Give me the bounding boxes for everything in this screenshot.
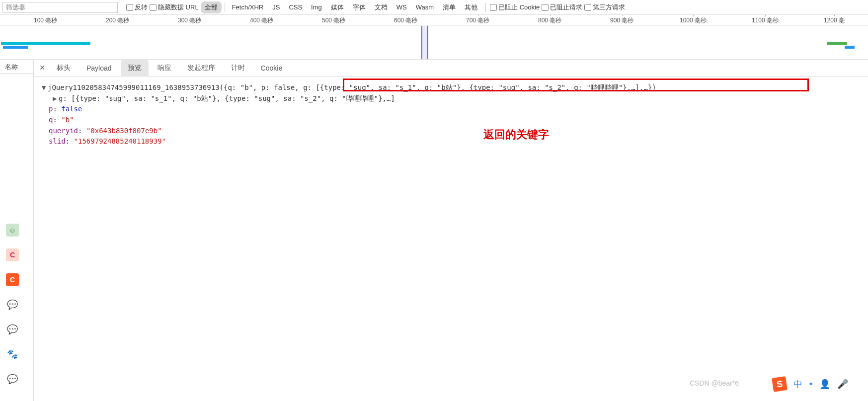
tick: 600 毫秒 (394, 16, 417, 25)
tree-root[interactable]: ▼jQuery110205834745999011169_16389537369… (42, 82, 860, 93)
tick: 900 毫秒 (610, 16, 633, 25)
divider (122, 3, 122, 12)
c-icon-light[interactable]: C (6, 248, 19, 261)
tick: 1100 毫秒 (752, 16, 779, 25)
tab-response[interactable]: 响应 (151, 60, 178, 76)
filter-input[interactable] (2, 2, 118, 13)
message-icon-3[interactable]: 💬 (6, 373, 19, 386)
tick: 500 毫秒 (322, 16, 345, 25)
tree-p[interactable]: p: false (42, 104, 860, 115)
blocked-request-checkbox[interactable]: 已阻止请求 (542, 3, 582, 12)
type-manifest[interactable]: 清单 (439, 1, 460, 13)
tab-payload[interactable]: Payload (79, 61, 119, 76)
invert-checkbox[interactable]: 反转 (126, 3, 148, 12)
type-other[interactable]: 其他 (461, 1, 481, 13)
tray-icon-1[interactable]: 中 (793, 378, 802, 390)
tab-timing[interactable]: 计时 (224, 60, 252, 76)
type-doc[interactable]: 文档 (371, 1, 392, 13)
tab-preview[interactable]: 预览 (121, 60, 149, 76)
type-fetch[interactable]: Fetch/XHR (228, 2, 268, 12)
tray-icon-3[interactable]: 👤 (819, 379, 830, 390)
network-timeline[interactable]: 100 毫秒 200 毫秒 300 毫秒 400 毫秒 500 毫秒 600 毫… (0, 15, 868, 60)
name-column-header[interactable]: 名称 (0, 60, 33, 74)
tick: 200 毫秒 (106, 16, 129, 25)
system-tray: S 中 • 👤 🎤 (773, 377, 848, 391)
tick: 1000 毫秒 (680, 16, 707, 25)
blocked-cookie-checkbox[interactable]: 已阻止 Cookie (490, 3, 540, 12)
tray-icon-4[interactable]: 🎤 (837, 379, 848, 390)
tick: 400 毫秒 (250, 16, 273, 25)
bar (3, 46, 28, 49)
type-js[interactable]: JS (268, 2, 284, 12)
tab-headers[interactable]: 标头 (50, 60, 78, 76)
third-party-checkbox[interactable]: 第三方请求 (584, 3, 625, 12)
bar (827, 42, 847, 45)
close-icon[interactable]: × (37, 63, 48, 73)
detail-tabs: × 标头 Payload 预览 响应 发起程序 计时 Cookie (34, 60, 868, 77)
timeline-ruler: 100 毫秒 200 毫秒 300 毫秒 400 毫秒 500 毫秒 600 毫… (0, 15, 868, 26)
bar (845, 46, 855, 49)
robot-icon[interactable]: ☺ (6, 224, 19, 237)
tree-queryid[interactable]: queryid: "0x643b830f807e9b" (42, 126, 860, 137)
bar (1, 42, 90, 45)
timeline-marker (421, 26, 428, 59)
tree-slid[interactable]: slid: "15697924885240118939" (42, 136, 860, 147)
divider (225, 3, 225, 12)
type-img[interactable]: Img (307, 2, 326, 12)
tab-initiator[interactable]: 发起程序 (180, 60, 222, 76)
message-icon-2[interactable]: 💬 (6, 323, 19, 336)
annotation-label: 返回的关键字 (483, 126, 549, 143)
side-dock: ☺ C C 💬 💬 🐾 💬 (6, 224, 19, 386)
message-icon[interactable]: 💬 (6, 298, 19, 311)
type-wasm[interactable]: Wasm (412, 2, 438, 12)
tick: 100 毫秒 (34, 16, 57, 25)
tick: 300 毫秒 (178, 16, 201, 25)
tick: 800 毫秒 (538, 16, 561, 25)
type-css[interactable]: CSS (285, 2, 306, 12)
type-filters: 全部 Fetch/XHR JS CSS Img 媒体 字体 文档 WS Wasm… (201, 1, 481, 13)
network-toolbar: 反转 隐藏数据 URL 全部 Fetch/XHR JS CSS Img 媒体 字… (0, 0, 868, 15)
c-icon-orange[interactable]: C (6, 273, 19, 286)
tree-g[interactable]: ▶g: [{type: "sug", sa: "s_1", q: "b站"}, … (42, 93, 860, 104)
hide-data-url-checkbox[interactable]: 隐藏数据 URL (150, 3, 199, 12)
type-ws[interactable]: WS (393, 2, 411, 12)
watermark: CSDN @bear*6 (690, 379, 739, 387)
preview-content: ▼jQuery110205834745999011169_16389537369… (34, 77, 868, 153)
type-font[interactable]: 字体 (349, 1, 370, 13)
sogou-icon[interactable]: S (772, 376, 788, 392)
paw-icon[interactable]: 🐾 (6, 348, 19, 361)
divider (485, 3, 486, 12)
tick: 1200 毫 (824, 16, 845, 25)
detail-panel: × 标头 Payload 预览 响应 发起程序 计时 Cookie ▼jQuer… (34, 60, 868, 401)
tick: 700 毫秒 (466, 16, 489, 25)
tray-icon-2[interactable]: • (809, 379, 812, 390)
type-media[interactable]: 媒体 (327, 1, 348, 13)
type-all[interactable]: 全部 (201, 1, 222, 13)
main-area: 名称 × 标头 Payload 预览 响应 发起程序 计时 Cookie ▼jQ… (0, 60, 868, 401)
tree-q[interactable]: q: "b" (42, 115, 860, 126)
tab-cookie[interactable]: Cookie (254, 61, 290, 76)
